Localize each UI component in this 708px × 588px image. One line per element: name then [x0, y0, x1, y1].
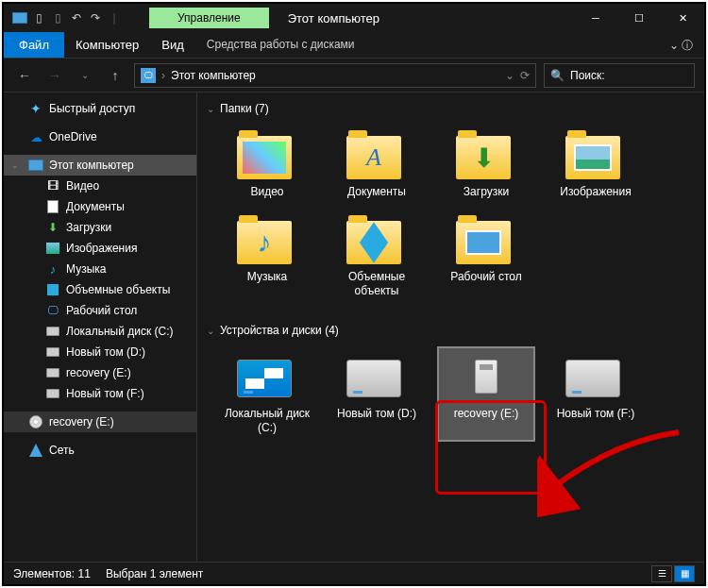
group-title: Папки (7) [220, 102, 269, 115]
sidebar-item-label: Загрузки [66, 221, 111, 234]
content-pane[interactable]: ⌄ Папки (7) Видео AДокументы ⬇Загрузки И… [197, 92, 704, 562]
tab-drive-tools[interactable]: Средства работы с дисками [195, 32, 366, 58]
sidebar-quick-access[interactable]: ✦ Быстрый доступ [4, 98, 196, 119]
up-button[interactable]: ↑ [104, 64, 126, 87]
sidebar-item-label: Новый том (F:) [66, 387, 144, 400]
sidebar-item-label: Видео [66, 179, 99, 193]
file-tab[interactable]: Файл [4, 32, 64, 58]
sidebar-item-drive-e[interactable]: recovery (E:) [4, 362, 196, 383]
sidebar-item-label: Музыка [66, 262, 106, 276]
search-placeholder: Поиск: [570, 69, 605, 82]
contextual-tab-manage[interactable]: Управление [149, 8, 269, 28]
sidebar-item-label: Этот компьютер [49, 159, 134, 172]
sidebar-item-label: Быстрый доступ [49, 102, 135, 115]
drive-d[interactable]: Новый том (D:) [329, 348, 424, 440]
item-label: Рабочий стол [450, 270, 521, 283]
sidebar-item-desktop[interactable]: 🖵Рабочий стол [4, 300, 196, 321]
folder-pictures[interactable]: Изображения [548, 126, 643, 204]
maximize-button[interactable]: ☐ [617, 4, 661, 32]
item-label: Новый том (D:) [337, 407, 416, 420]
folder-desktop[interactable]: Рабочий стол [439, 211, 533, 303]
sidebar-item-label: Документы [66, 200, 125, 213]
qat-undo-icon[interactable]: ↶ [68, 9, 85, 26]
sidebar-this-pc[interactable]: ⌄ Этот компьютер [4, 155, 196, 176]
sidebar-item-pictures[interactable]: Изображения [4, 238, 196, 259]
star-icon: ✦ [28, 101, 43, 116]
ribbon-expand-icon[interactable]: ⌄ ⓘ [658, 32, 704, 58]
sidebar-network[interactable]: Сеть [4, 440, 196, 461]
chevron-down-icon[interactable]: ⌄ [11, 160, 23, 170]
item-label: Изображения [560, 185, 631, 198]
refresh-icon[interactable]: ⟳ [520, 69, 530, 82]
chevron-down-icon[interactable]: ⌄ [207, 104, 214, 114]
sidebar-onedrive[interactable]: ☁ OneDrive [4, 126, 196, 147]
window-title: Этот компьютер [288, 11, 379, 25]
picture-icon [45, 241, 60, 256]
minimize-button[interactable]: ─ [574, 4, 617, 32]
item-label: Музыка [247, 270, 287, 283]
tab-computer[interactable]: Компьютер [64, 32, 150, 58]
sidebar-item-music[interactable]: ♪Музыка [4, 259, 196, 279]
desktop-icon: 🖵 [45, 303, 60, 318]
sidebar-item-label: Локальный диск (C:) [66, 325, 174, 338]
item-label: Загрузки [464, 185, 509, 198]
group-header-folders[interactable]: ⌄ Папки (7) [205, 96, 697, 121]
item-label: Локальный диск (C:) [224, 407, 311, 434]
qat-new-icon[interactable]: ▯ [49, 9, 66, 26]
app-icon [11, 9, 28, 26]
address-dropdown-icon[interactable]: ⌄ [505, 69, 514, 82]
sidebar-item-label: Рабочий стол [66, 304, 137, 317]
forward-button[interactable]: → [43, 64, 66, 87]
tab-view[interactable]: Вид [150, 32, 195, 58]
sidebar-recovery-e[interactable]: recovery (E:) [4, 412, 196, 432]
sidebar-item-label: Объемные объекты [66, 283, 170, 296]
folder-downloads[interactable]: ⬇Загрузки [439, 126, 533, 204]
drive-e-recovery[interactable]: recovery (E:) [439, 348, 533, 440]
view-icons-button[interactable]: ▦ [674, 565, 695, 582]
sidebar-item-label: Сеть [49, 444, 75, 457]
status-item-count: Элементов: 11 [13, 567, 91, 580]
drive-icon [45, 324, 60, 339]
sidebar-item-documents[interactable]: Документы [4, 196, 196, 217]
navigation-bar: ← → ⌄ ↑ 🖵 › Этот компьютер ⌄ ⟳ 🔍 Поиск: [4, 59, 704, 92]
sidebar-item-3d[interactable]: Объемные объекты [4, 279, 196, 300]
drive-icon [45, 386, 60, 401]
cloud-icon: ☁ [28, 129, 43, 144]
back-button[interactable]: ← [13, 64, 36, 87]
breadcrumb-separator-icon[interactable]: › [161, 69, 165, 82]
qat-divider: | [106, 9, 123, 26]
folder-3d-objects[interactable]: Объемные объекты [329, 211, 424, 303]
folder-documents[interactable]: AДокументы [329, 126, 424, 204]
title-bar: ▯ ▯ ↶ ↷ | Управление Этот компьютер ─ ☐ … [4, 4, 704, 32]
film-icon: 🎞 [45, 178, 60, 193]
recent-dropdown[interactable]: ⌄ [74, 64, 96, 87]
search-input[interactable]: 🔍 Поиск: [544, 63, 695, 88]
sidebar-item-videos[interactable]: 🎞Видео [4, 176, 196, 196]
sidebar-item-label: recovery (E:) [66, 366, 131, 379]
close-button[interactable]: ✕ [661, 4, 704, 32]
qat-redo-icon[interactable]: ↷ [87, 9, 104, 26]
ribbon-tabs: Файл Компьютер Вид Средства работы с дис… [4, 32, 704, 59]
download-icon: ⬇ [45, 220, 60, 235]
breadcrumb[interactable]: Этот компьютер [171, 69, 499, 82]
folder-videos[interactable]: Видео [220, 126, 314, 204]
navigation-pane: ✦ Быстрый доступ ☁ OneDrive ⌄ Этот компь… [4, 92, 197, 562]
sidebar-item-downloads[interactable]: ⬇Загрузки [4, 217, 196, 238]
search-icon: 🔍 [550, 69, 565, 82]
chevron-down-icon[interactable]: ⌄ [207, 326, 214, 336]
sidebar-item-drive-d[interactable]: Новый том (D:) [4, 342, 196, 362]
sidebar-item-drive-c[interactable]: Локальный диск (C:) [4, 321, 196, 342]
location-icon: 🖵 [141, 68, 156, 83]
qat-properties-icon[interactable]: ▯ [30, 9, 47, 26]
view-details-button[interactable]: ☰ [651, 565, 672, 582]
address-bar[interactable]: 🖵 › Этот компьютер ⌄ ⟳ [134, 63, 536, 88]
sidebar-item-drive-f[interactable]: Новый том (F:) [4, 383, 196, 404]
group-title: Устройства и диски (4) [220, 324, 339, 337]
drive-icon [45, 344, 60, 360]
group-header-drives[interactable]: ⌄ Устройства и диски (4) [205, 318, 697, 343]
drive-c[interactable]: Локальный диск (C:) [220, 348, 314, 440]
folder-music[interactable]: ♪Музыка [220, 211, 314, 303]
sidebar-item-label: OneDrive [49, 130, 97, 143]
pc-icon [28, 158, 43, 173]
drive-f[interactable]: Новый том (F:) [548, 348, 643, 440]
